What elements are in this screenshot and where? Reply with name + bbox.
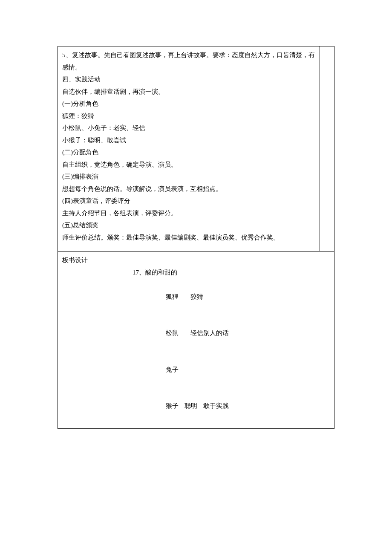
content-line: 想想每个角色说的话。导演解说，演员表演，互相指点。	[62, 183, 315, 195]
content-line: 小松鼠、小兔子：老实、轻信	[62, 122, 315, 134]
content-line: (五)总结颁奖	[62, 219, 315, 231]
board-row: 松鼠轻信别人的话	[62, 315, 330, 352]
board-row: 狐狸狡猾	[62, 278, 330, 315]
role-desc: 敢于实践	[203, 402, 229, 409]
content-line: 四、实践活动	[62, 73, 315, 86]
content-line: (四)表演童话，评委评分	[62, 195, 315, 207]
margin-column	[320, 46, 334, 251]
role-name: 猴子	[166, 402, 179, 409]
role-desc: 轻信别人的话	[190, 330, 229, 336]
content-line: 狐狸：狡猾	[62, 110, 315, 122]
content-line: 主持人介绍节目，各组表演，评委评分。	[62, 207, 315, 220]
content-line: 5、复述故事。先自己看图复述故事，再上台讲故事。要求：态度自然大方，口齿清楚，有…	[62, 49, 315, 73]
lesson-content-cell: 5、复述故事。先自己看图复述故事，再上台讲故事。要求：态度自然大方，口齿清楚，有…	[58, 46, 320, 251]
content-line: 自选伙伴，编排童话剧，再演一演。	[62, 86, 315, 98]
content-line: 小猴子：聪明、敢尝试	[62, 134, 315, 147]
role-desc: 聪明	[184, 402, 197, 409]
board-heading: 板书设计	[62, 254, 330, 266]
board-row: 兔子	[62, 351, 330, 388]
board-design-cell: 板书设计 17、酸的和甜的 狐狸狡猾 松鼠轻信别人的话 兔子 猴子聪明敢于实践	[58, 251, 334, 429]
role-name: 狐狸	[166, 293, 179, 300]
content-line: (三)编排表演	[62, 171, 315, 183]
board-row: 猴子聪明敢于实践	[62, 388, 330, 425]
content-line: (二)分配角色	[62, 146, 315, 159]
content-line: (一)分析角色	[62, 98, 315, 110]
role-name: 兔子	[166, 366, 179, 373]
role-desc: 狡猾	[190, 293, 203, 300]
content-line: 师生评价总结。颁奖：最佳导演奖、最佳编剧奖、最佳演员奖、优秀合作奖。	[62, 231, 315, 244]
document-table: 5、复述故事。先自己看图复述故事，再上台讲故事。要求：态度自然大方，口齿清楚，有…	[58, 46, 334, 429]
board-title: 17、酸的和甜的	[62, 266, 330, 279]
role-name: 松鼠	[166, 330, 179, 336]
content-line: 自主组织，竞选角色，确定导演、演员。	[62, 159, 315, 171]
